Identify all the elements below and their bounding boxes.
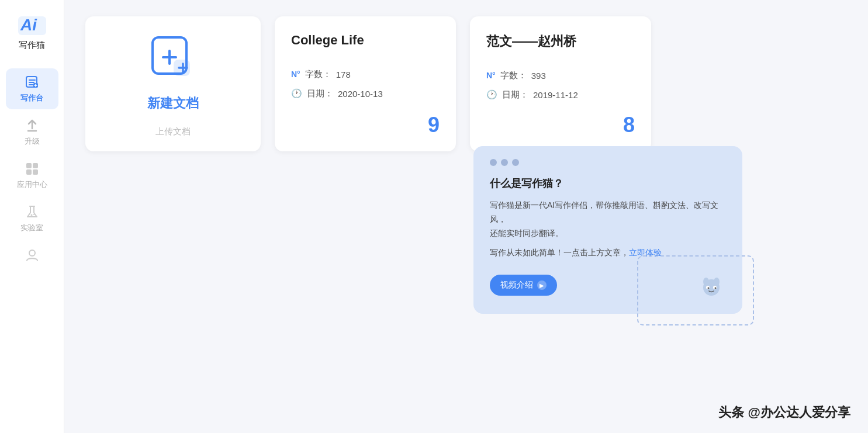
writing-desk-label: 写作台	[20, 93, 43, 103]
popup-bottom: 视频介绍 ▶	[490, 271, 726, 300]
fanwen-clock-icon: 🕐	[486, 89, 497, 100]
svg-rect-12	[26, 169, 32, 175]
college-life-meta: N° 字数： 178 🕐 日期： 2020-10-13	[291, 69, 440, 99]
app-center-label: 应用中心	[17, 179, 47, 190]
popup-dots	[490, 159, 726, 166]
fanwen-card[interactable]: 范文——赵州桥 N° 字数： 393 🕐 日期： 2019-11-12 8	[470, 16, 651, 151]
popup-dot-2	[501, 159, 508, 166]
sidebar: Ai 写作猫 写作台	[0, 0, 64, 433]
fanwen-date-row: 🕐 日期： 2019-11-12	[486, 89, 635, 101]
fanwen-title: 范文——赵州桥	[486, 33, 635, 50]
app-center-icon	[24, 161, 40, 177]
date-label: 日期：	[307, 88, 333, 99]
sidebar-item-user[interactable]	[6, 241, 58, 269]
sidebar-item-lab[interactable]: 实验室	[6, 198, 58, 239]
fanwen-date-label: 日期：	[502, 89, 528, 101]
logo-icon: Ai	[17, 14, 47, 37]
video-button[interactable]: 视频介绍 ▶	[490, 275, 557, 296]
logo-text: 写作猫	[19, 40, 45, 51]
n-icon-wordcount: N°	[291, 70, 300, 79]
clock-icon: 🕐	[291, 88, 302, 99]
word-count-row: N° 字数： 178	[291, 69, 440, 80]
fanwen-date-value: 2019-11-12	[533, 90, 578, 100]
upgrade-icon	[24, 117, 40, 134]
college-life-num: 9	[291, 113, 440, 137]
popup-dot-3	[512, 159, 519, 166]
sidebar-item-app-center[interactable]: 应用中心	[6, 155, 58, 196]
user-icon	[24, 247, 40, 264]
svg-point-26	[715, 287, 717, 289]
fanwen-word-count-label: 字数：	[500, 70, 527, 81]
svg-rect-13	[33, 169, 38, 175]
upload-text: 上传文档	[155, 126, 191, 137]
svg-point-16	[33, 214, 34, 215]
experience-link[interactable]: 立即体验	[629, 248, 662, 257]
fanwen-num: 8	[486, 113, 635, 137]
video-btn-label: 视频介绍	[500, 280, 533, 290]
svg-rect-10	[26, 163, 32, 168]
play-icon: ▶	[537, 280, 547, 290]
svg-point-17	[29, 250, 35, 256]
svg-point-25	[708, 287, 710, 289]
popup-dot-1	[490, 159, 497, 166]
college-life-card[interactable]: College Life N° 字数： 178 🕐 日期： 2020-10-13…	[275, 16, 456, 151]
lab-label: 实验室	[20, 223, 43, 233]
cards-row: 新建文档 上传文档 College Life N° 字数： 178 🕐 日期： …	[85, 16, 847, 151]
svg-point-22	[714, 278, 720, 286]
main-content: 新建文档 上传文档 College Life N° 字数： 178 🕐 日期： …	[64, 0, 868, 433]
lab-icon	[24, 204, 40, 220]
fanwen-word-count-row: N° 字数： 393	[486, 70, 635, 81]
fanwen-n-icon: N°	[486, 71, 496, 80]
upgrade-label: 升级	[25, 136, 40, 147]
word-count-label: 字数：	[305, 69, 331, 80]
svg-text:Ai: Ai	[20, 16, 37, 34]
popup-title: 什么是写作猫？	[490, 176, 726, 190]
word-count-value: 178	[336, 70, 351, 79]
new-doc-icon	[147, 33, 199, 85]
svg-point-15	[30, 214, 32, 216]
popup-body1: 写作猫是新一代AI写作伴侣，帮你推敲用语、斟酌文法、改写文风，还能实时同步翻译。	[490, 199, 726, 240]
college-life-title: College Life	[291, 33, 440, 48]
popup-card: 什么是写作猫？ 写作猫是新一代AI写作伴侣，帮你推敲用语、斟酌文法、改写文风，还…	[473, 146, 742, 314]
logo-area: Ai 写作猫	[17, 6, 47, 57]
new-doc-card[interactable]: 新建文档 上传文档	[85, 16, 261, 151]
date-row: 🕐 日期： 2020-10-13	[291, 88, 440, 99]
sidebar-item-upgrade[interactable]: 升级	[6, 112, 58, 153]
fanwen-meta: N° 字数： 393 🕐 日期： 2019-11-12	[486, 70, 635, 101]
writing-desk-icon	[24, 74, 40, 91]
sidebar-nav: 写作台 升级 应用中心	[0, 68, 64, 269]
popup-body2: 写作从未如此简单！一点击上方文章，立即体验	[490, 246, 726, 260]
svg-point-21	[703, 278, 709, 286]
sidebar-item-writing-desk[interactable]: 写作台	[6, 68, 58, 109]
svg-rect-11	[33, 163, 38, 168]
fanwen-word-count-value: 393	[531, 71, 546, 81]
cat-icon	[697, 271, 726, 300]
date-value: 2020-10-13	[338, 89, 383, 99]
new-doc-title: 新建文档	[147, 95, 199, 112]
watermark: 头条 @办公达人爱分享	[718, 404, 850, 421]
